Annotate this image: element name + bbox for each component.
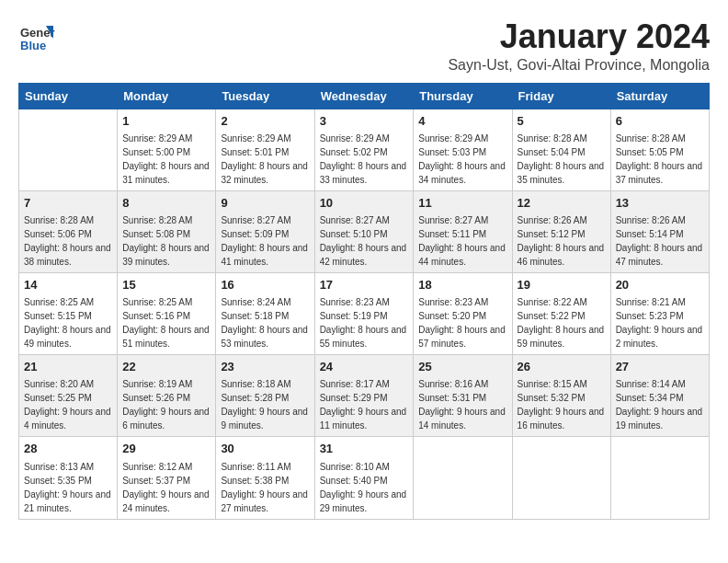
day-number: 2 xyxy=(221,113,309,130)
day-info: Sunrise: 8:11 AM Sunset: 5:38 PM Dayligh… xyxy=(221,460,309,515)
day-number: 4 xyxy=(418,113,506,130)
day-number: 6 xyxy=(616,113,704,130)
week-row-3: 21Sunrise: 8:20 AM Sunset: 5:25 PM Dayli… xyxy=(19,355,710,437)
day-info: Sunrise: 8:17 AM Sunset: 5:29 PM Dayligh… xyxy=(320,377,409,432)
calendar-cell: 14Sunrise: 8:25 AM Sunset: 5:15 PM Dayli… xyxy=(19,272,118,354)
day-header-monday: Monday xyxy=(118,83,216,109)
day-header-saturday: Saturday xyxy=(610,83,709,109)
day-info: Sunrise: 8:25 AM Sunset: 5:15 PM Dayligh… xyxy=(24,295,112,350)
calendar-cell: 2Sunrise: 8:29 AM Sunset: 5:01 PM Daylig… xyxy=(216,109,314,190)
calendar-cell xyxy=(414,437,512,519)
day-number: 23 xyxy=(221,359,309,375)
day-number: 28 xyxy=(24,441,112,457)
page-header: General Blue January 2024 Sayn-Ust, Govi… xyxy=(18,18,710,74)
day-info: Sunrise: 8:29 AM Sunset: 5:02 PM Dayligh… xyxy=(320,132,409,187)
day-number: 5 xyxy=(518,113,606,130)
day-number: 12 xyxy=(518,195,606,212)
calendar-cell: 20Sunrise: 8:21 AM Sunset: 5:23 PM Dayli… xyxy=(610,272,709,354)
day-info: Sunrise: 8:14 AM Sunset: 5:34 PM Dayligh… xyxy=(616,377,704,432)
month-title: January 2024 xyxy=(448,18,710,55)
day-info: Sunrise: 8:20 AM Sunset: 5:25 PM Dayligh… xyxy=(24,377,112,432)
calendar-cell: 4Sunrise: 8:29 AM Sunset: 5:03 PM Daylig… xyxy=(414,109,512,190)
calendar-cell: 7Sunrise: 8:28 AM Sunset: 5:06 PM Daylig… xyxy=(19,190,118,272)
calendar-cell: 31Sunrise: 8:10 AM Sunset: 5:40 PM Dayli… xyxy=(314,437,414,519)
day-number: 22 xyxy=(122,359,210,375)
calendar-cell: 12Sunrise: 8:26 AM Sunset: 5:12 PM Dayli… xyxy=(512,190,610,272)
calendar-cell: 25Sunrise: 8:16 AM Sunset: 5:31 PM Dayli… xyxy=(414,355,512,437)
day-info: Sunrise: 8:27 AM Sunset: 5:11 PM Dayligh… xyxy=(418,213,506,269)
day-info: Sunrise: 8:28 AM Sunset: 5:05 PM Dayligh… xyxy=(616,132,704,187)
day-info: Sunrise: 8:22 AM Sunset: 5:22 PM Dayligh… xyxy=(518,295,606,350)
day-number: 3 xyxy=(320,113,409,130)
day-info: Sunrise: 8:29 AM Sunset: 5:01 PM Dayligh… xyxy=(221,132,309,187)
logo: General Blue xyxy=(18,18,59,55)
day-info: Sunrise: 8:27 AM Sunset: 5:10 PM Dayligh… xyxy=(320,213,409,269)
day-number: 10 xyxy=(320,195,409,212)
day-number: 8 xyxy=(122,195,210,212)
day-info: Sunrise: 8:19 AM Sunset: 5:26 PM Dayligh… xyxy=(122,377,210,432)
day-number: 13 xyxy=(616,195,704,212)
day-info: Sunrise: 8:12 AM Sunset: 5:37 PM Dayligh… xyxy=(122,460,210,515)
calendar-cell: 9Sunrise: 8:27 AM Sunset: 5:09 PM Daylig… xyxy=(216,190,314,272)
day-info: Sunrise: 8:29 AM Sunset: 5:00 PM Dayligh… xyxy=(122,132,210,187)
week-row-2: 14Sunrise: 8:25 AM Sunset: 5:15 PM Dayli… xyxy=(19,272,710,354)
day-number: 19 xyxy=(518,277,606,293)
svg-text:Blue: Blue xyxy=(20,39,46,52)
day-info: Sunrise: 8:21 AM Sunset: 5:23 PM Dayligh… xyxy=(616,295,704,350)
calendar-cell: 29Sunrise: 8:12 AM Sunset: 5:37 PM Dayli… xyxy=(118,437,216,519)
day-number: 17 xyxy=(320,277,409,293)
calendar-cell: 15Sunrise: 8:25 AM Sunset: 5:16 PM Dayli… xyxy=(118,272,216,354)
day-number: 1 xyxy=(122,113,210,130)
day-number: 20 xyxy=(616,277,704,293)
header-row: SundayMondayTuesdayWednesdayThursdayFrid… xyxy=(19,83,710,109)
calendar-cell: 26Sunrise: 8:15 AM Sunset: 5:32 PM Dayli… xyxy=(512,355,610,437)
calendar-cell: 19Sunrise: 8:22 AM Sunset: 5:22 PM Dayli… xyxy=(512,272,610,354)
day-header-thursday: Thursday xyxy=(414,83,512,109)
calendar-cell: 8Sunrise: 8:28 AM Sunset: 5:08 PM Daylig… xyxy=(118,190,216,272)
calendar-cell: 13Sunrise: 8:26 AM Sunset: 5:14 PM Dayli… xyxy=(610,190,709,272)
day-number: 14 xyxy=(24,277,112,293)
calendar-cell: 18Sunrise: 8:23 AM Sunset: 5:20 PM Dayli… xyxy=(414,272,512,354)
day-header-friday: Friday xyxy=(512,83,610,109)
week-row-1: 7Sunrise: 8:28 AM Sunset: 5:06 PM Daylig… xyxy=(19,190,710,272)
day-number: 18 xyxy=(418,277,506,293)
day-info: Sunrise: 8:27 AM Sunset: 5:09 PM Dayligh… xyxy=(221,213,309,269)
calendar-cell: 30Sunrise: 8:11 AM Sunset: 5:38 PM Dayli… xyxy=(216,437,314,519)
calendar-cell xyxy=(512,437,610,519)
day-number: 11 xyxy=(418,195,506,212)
day-info: Sunrise: 8:24 AM Sunset: 5:18 PM Dayligh… xyxy=(221,295,309,350)
day-number: 7 xyxy=(24,195,112,212)
day-info: Sunrise: 8:28 AM Sunset: 5:08 PM Dayligh… xyxy=(122,213,210,269)
calendar-cell: 28Sunrise: 8:13 AM Sunset: 5:35 PM Dayli… xyxy=(19,437,118,519)
day-number: 31 xyxy=(320,441,409,457)
calendar-cell: 6Sunrise: 8:28 AM Sunset: 5:05 PM Daylig… xyxy=(610,109,709,190)
calendar-cell: 21Sunrise: 8:20 AM Sunset: 5:25 PM Dayli… xyxy=(19,355,118,437)
day-number: 27 xyxy=(616,359,704,375)
day-info: Sunrise: 8:16 AM Sunset: 5:31 PM Dayligh… xyxy=(418,377,506,432)
week-row-0: 1Sunrise: 8:29 AM Sunset: 5:00 PM Daylig… xyxy=(19,109,710,190)
day-info: Sunrise: 8:10 AM Sunset: 5:40 PM Dayligh… xyxy=(320,460,409,515)
title-block: January 2024 Sayn-Ust, Govi-Altai Provin… xyxy=(448,18,710,74)
day-number: 15 xyxy=(122,277,210,293)
day-info: Sunrise: 8:25 AM Sunset: 5:16 PM Dayligh… xyxy=(122,295,210,350)
day-info: Sunrise: 8:15 AM Sunset: 5:32 PM Dayligh… xyxy=(518,377,606,432)
location-subtitle: Sayn-Ust, Govi-Altai Province, Mongolia xyxy=(448,57,710,74)
day-number: 21 xyxy=(24,359,112,375)
day-info: Sunrise: 8:29 AM Sunset: 5:03 PM Dayligh… xyxy=(418,132,506,187)
day-number: 9 xyxy=(221,195,309,212)
calendar-cell: 10Sunrise: 8:27 AM Sunset: 5:10 PM Dayli… xyxy=(314,190,414,272)
day-header-tuesday: Tuesday xyxy=(216,83,314,109)
week-row-4: 28Sunrise: 8:13 AM Sunset: 5:35 PM Dayli… xyxy=(19,437,710,519)
day-header-sunday: Sunday xyxy=(19,83,118,109)
day-info: Sunrise: 8:26 AM Sunset: 5:12 PM Dayligh… xyxy=(518,213,606,269)
day-number: 26 xyxy=(518,359,606,375)
calendar-cell: 27Sunrise: 8:14 AM Sunset: 5:34 PM Dayli… xyxy=(610,355,709,437)
day-header-wednesday: Wednesday xyxy=(314,83,414,109)
calendar-cell: 17Sunrise: 8:23 AM Sunset: 5:19 PM Dayli… xyxy=(314,272,414,354)
calendar-cell: 16Sunrise: 8:24 AM Sunset: 5:18 PM Dayli… xyxy=(216,272,314,354)
calendar-cell: 3Sunrise: 8:29 AM Sunset: 5:02 PM Daylig… xyxy=(314,109,414,190)
day-number: 24 xyxy=(320,359,409,375)
day-info: Sunrise: 8:23 AM Sunset: 5:19 PM Dayligh… xyxy=(320,295,409,350)
calendar-cell xyxy=(610,437,709,519)
day-info: Sunrise: 8:13 AM Sunset: 5:35 PM Dayligh… xyxy=(24,460,112,515)
